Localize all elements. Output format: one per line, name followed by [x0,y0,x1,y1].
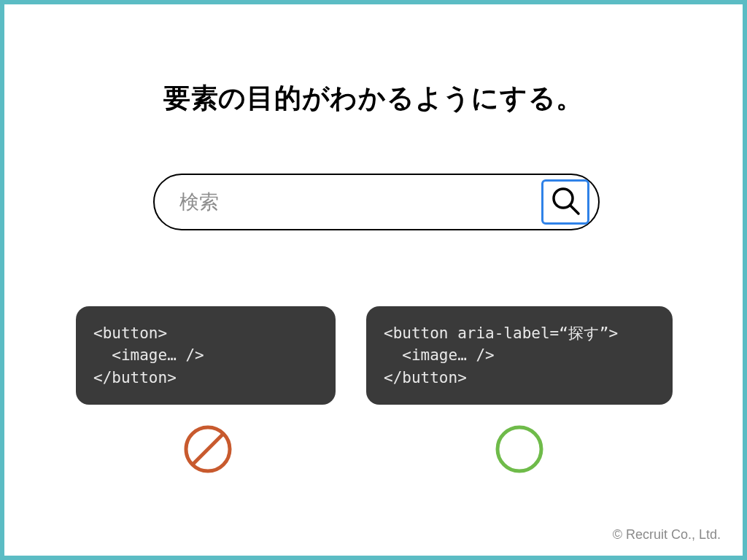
prohibited-icon [183,424,233,474]
svg-line-1 [570,206,578,214]
svg-line-3 [193,434,223,464]
search-button[interactable] [541,179,589,225]
search-icon [550,185,581,219]
search-placeholder: 検索 [179,189,541,215]
slide-frame: 要素の目的がわかるようにする。 検索 <button> <image… /> <… [0,0,747,560]
slide-title: 要素の目的がわかるようにする。 [4,80,743,117]
svg-point-4 [498,427,541,471]
copyright-text: © Recruit Co., Ltd. [613,527,721,542]
code-example-good: <button aria-label=“探す”> <image… /> </bu… [366,306,673,405]
circle-ok-icon [495,424,544,474]
code-example-bad: <button> <image… /> </button> [76,306,336,405]
search-bar: 検索 [153,174,600,230]
